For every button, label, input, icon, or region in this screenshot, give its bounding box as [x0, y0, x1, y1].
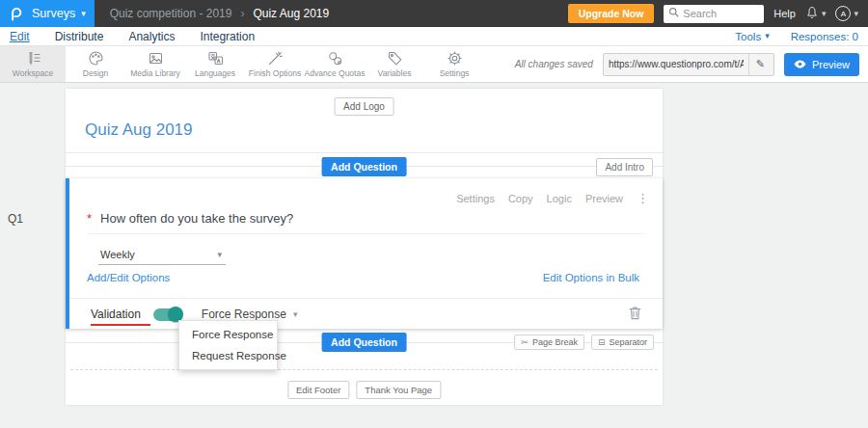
surveys-menu-label: Surveys	[32, 7, 75, 20]
chevron-down-icon: ▾	[293, 310, 298, 319]
add-question-button[interactable]: Add Question	[321, 333, 407, 352]
chevron-down-icon: ▾	[822, 10, 827, 18]
question-copy-link[interactable]: Copy	[508, 193, 533, 204]
survey-header-section: Add Logo Quiz Aug 2019	[66, 89, 663, 153]
notifications-menu[interactable]: ▾	[805, 6, 827, 22]
validation-toggle[interactable]	[153, 308, 182, 321]
toolbar-item-variables[interactable]: Variables	[365, 46, 424, 82]
toolbar-item-label: Workspace	[13, 68, 53, 78]
responses-count[interactable]: Responses: 0	[791, 31, 858, 42]
tab-analytics[interactable]: Analytics	[128, 30, 175, 43]
option-links-row: Add/Edit Options Edit Options in Bulk	[87, 272, 639, 283]
account-menu[interactable]: A ▾	[835, 6, 858, 21]
add-intro-button[interactable]: Add Intro	[596, 158, 653, 176]
chevron-down-icon: ▾	[854, 10, 858, 18]
question-title-row: * How often do you take the survey?	[87, 211, 293, 226]
question-actions: Settings Copy Logic Preview ⋮	[456, 191, 649, 205]
validation-red-underline	[91, 324, 150, 326]
breadcrumb-parent[interactable]: Quiz competition - 2019	[110, 7, 232, 20]
preview-button-label: Preview	[812, 59, 850, 70]
search-box[interactable]	[664, 5, 764, 23]
answer-dropdown[interactable]: Weekly ▾	[98, 245, 226, 265]
toolbar-item-label: Design	[83, 68, 108, 78]
toolbar-item-media-library[interactable]: Media Library	[125, 46, 185, 82]
question-logic-link[interactable]: Logic	[547, 193, 572, 204]
avatar: A	[835, 6, 851, 21]
page-break-button[interactable]: ✂ Page Break	[514, 334, 584, 350]
eye-icon	[794, 59, 806, 70]
search-input[interactable]	[683, 8, 760, 19]
survey-url-input[interactable]	[604, 59, 748, 69]
toolbar-item-languages[interactable]: Languages	[185, 46, 245, 82]
menu-item-request-response[interactable]: Request Response	[179, 345, 277, 366]
chain-links-icon	[327, 50, 343, 67]
divider	[87, 233, 645, 234]
thank-you-page-button[interactable]: Thank You Page	[356, 381, 441, 399]
dotted-divider	[70, 369, 658, 370]
edit-url-icon[interactable]: ✎	[748, 54, 772, 75]
question-block: Settings Copy Logic Preview ⋮ * How ofte…	[66, 178, 663, 329]
preview-button[interactable]: Preview	[784, 53, 859, 76]
question-preview-link[interactable]: Preview	[585, 193, 623, 204]
toolbar-item-label: Languages	[195, 68, 235, 78]
chevron-right-icon: ›	[240, 7, 244, 20]
breadcrumb: Quiz competition - 2019 › Quiz Aug 2019	[110, 7, 329, 20]
section-nav: Edit Distribute Analytics Integration To…	[0, 27, 868, 46]
toolbar-item-design[interactable]: Design	[66, 46, 125, 82]
chevron-down-icon: ▾	[81, 10, 86, 18]
validation-type-dropdown[interactable]: Force Response ▾	[202, 308, 298, 321]
question-number: Q1	[8, 212, 23, 226]
edit-options-bulk-link[interactable]: Edit Options in Bulk	[543, 272, 639, 283]
add-question-strip-bottom: Add Question ✂ Page Break ⊟ Separator	[66, 329, 663, 356]
survey-card: Add Logo Quiz Aug 2019 Add Question Add …	[66, 89, 663, 405]
toolbar-item-advance-quotas[interactable]: Advance Quotas	[305, 46, 365, 82]
toolbar-item-workspace[interactable]: Workspace	[0, 46, 66, 82]
bell-icon	[805, 6, 819, 22]
toolbar-item-label: Media Library	[130, 68, 180, 78]
tab-integration[interactable]: Integration	[200, 30, 255, 43]
validation-type-value: Force Response	[202, 308, 286, 321]
translate-icon	[207, 50, 224, 67]
tools-menu[interactable]: Tools ▾	[735, 31, 769, 42]
delete-question-button[interactable]	[629, 306, 641, 323]
more-options-icon[interactable]: ⋮	[637, 191, 649, 205]
question-settings-link[interactable]: Settings	[456, 193, 495, 204]
top-header: Surveys ▾ Quiz competition - 2019 › Quiz…	[0, 0, 868, 27]
questionpro-logo-icon[interactable]	[9, 6, 23, 22]
menu-item-force-response[interactable]: Force Response	[179, 324, 277, 345]
nav-right: Tools ▾ Responses: 0	[735, 31, 858, 42]
help-link[interactable]: Help	[773, 8, 796, 19]
add-question-button[interactable]: Add Question	[321, 157, 407, 176]
toolbar-item-label: Settings	[440, 68, 470, 78]
toolbar-item-finish-options[interactable]: Finish Options	[245, 46, 305, 82]
brand-area: Surveys ▾	[0, 0, 95, 27]
add-edit-options-link[interactable]: Add/Edit Options	[87, 272, 170, 283]
gear-icon	[447, 50, 463, 67]
palette-icon	[88, 50, 104, 67]
page-break-label: Page Break	[532, 337, 578, 347]
tools-menu-label: Tools	[735, 31, 761, 42]
toolbar-item-settings[interactable]: Settings	[424, 46, 484, 82]
edit-toolbar: Workspace Design Media Library Languages…	[0, 46, 868, 83]
validation-dropdown-menu: Force Response Request Response	[178, 320, 278, 370]
surveys-menu[interactable]: Surveys ▾	[32, 7, 86, 20]
chevron-down-icon: ▾	[765, 32, 770, 40]
separator-button[interactable]: ⊟ Separator	[591, 334, 654, 350]
required-asterisk: *	[87, 211, 92, 226]
add-logo-button[interactable]: Add Logo	[334, 97, 394, 116]
tab-edit[interactable]: Edit	[10, 30, 30, 43]
upgrade-now-button[interactable]: Upgrade Now	[568, 4, 655, 23]
tab-distribute[interactable]: Distribute	[55, 30, 104, 43]
separator-icon: ⊟	[598, 337, 606, 347]
survey-canvas: Q1 Add Logo Quiz Aug 2019 Add Question A…	[0, 83, 868, 428]
toolbar-item-label: Finish Options	[249, 68, 301, 78]
add-question-strip-top: Add Question Add Intro	[66, 153, 663, 178]
save-status: All changes saved	[515, 59, 593, 69]
tag-icon	[387, 50, 403, 67]
trash-icon	[629, 306, 641, 323]
question-text[interactable]: How often do you take the survey?	[100, 211, 293, 226]
separator-label: Separator	[609, 337, 647, 347]
survey-footer-section: Edit Footer Thank You Page	[66, 356, 663, 405]
survey-title[interactable]: Quiz Aug 2019	[85, 120, 193, 140]
edit-footer-button[interactable]: Edit Footer	[287, 381, 349, 399]
